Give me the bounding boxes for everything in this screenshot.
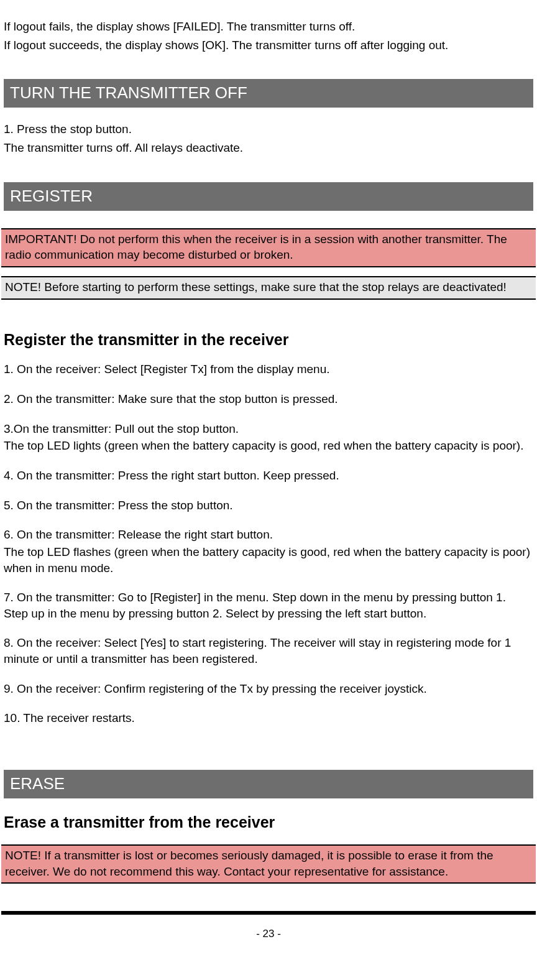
register-step-5: 5. On the transmitter: Press the stop bu… <box>4 497 533 514</box>
callout-important: IMPORTANT! Do not perform this when the … <box>1 228 536 267</box>
section-header-erase: ERASE <box>4 770 533 798</box>
section-header-turn-off: TURN THE TRANSMITTER OFF <box>4 79 533 108</box>
register-step-10: 10. The receiver restarts. <box>4 710 533 726</box>
turn-off-body: 1. Press the stop button. The transmitte… <box>4 121 533 155</box>
register-step-6a: 6. On the transmitter: Release the right… <box>4 527 533 543</box>
intro-line-1: If logout fails, the display shows [FAIL… <box>4 19 533 35</box>
register-step-4: 4. On the transmitter: Press the right s… <box>4 468 533 484</box>
footer-rule <box>1 911 536 915</box>
register-step-7: 7. On the transmitter: Go to [Register] … <box>4 589 533 621</box>
register-step-8: 8. On the receiver: Select [Yes] to star… <box>4 635 533 667</box>
register-step-2: 2. On the transmitter: Make sure that th… <box>4 391 533 407</box>
turn-off-step-1b: The transmitter turns off. All relays de… <box>4 140 533 156</box>
callout-important-text: IMPORTANT! Do not perform this when the … <box>5 233 507 262</box>
register-step-3a: 3.On the transmitter: Pull out the stop … <box>4 421 533 437</box>
callout-note-erase: NOTE! If a transmitter is lost or become… <box>1 844 536 884</box>
register-step-3b: The top LED lights (green when the batte… <box>4 438 533 454</box>
callout-note-register: NOTE! Before starting to perform these s… <box>1 276 536 300</box>
intro-text: If logout fails, the display shows [FAIL… <box>4 19 533 53</box>
turn-off-step-1: 1. Press the stop button. <box>4 121 533 137</box>
section-header-register: REGISTER <box>4 182 533 211</box>
callout-note-register-text: NOTE! Before starting to perform these s… <box>5 280 507 294</box>
page-number: - 23 - <box>0 927 537 941</box>
callout-note-erase-text: NOTE! If a transmitter is lost or become… <box>5 849 493 878</box>
intro-line-2: If logout succeeds, the display shows [O… <box>4 37 533 53</box>
register-step-6b: The top LED flashes (green when the batt… <box>4 544 533 576</box>
subheader-register: Register the transmitter in the receiver <box>4 330 533 351</box>
register-step-1: 1. On the receiver: Select [Register Tx]… <box>4 361 533 377</box>
register-steps: 1. On the receiver: Select [Register Tx]… <box>4 361 533 726</box>
register-step-9: 9. On the receiver: Confirm registering … <box>4 681 533 697</box>
subheader-erase: Erase a transmitter from the receiver <box>4 812 533 833</box>
